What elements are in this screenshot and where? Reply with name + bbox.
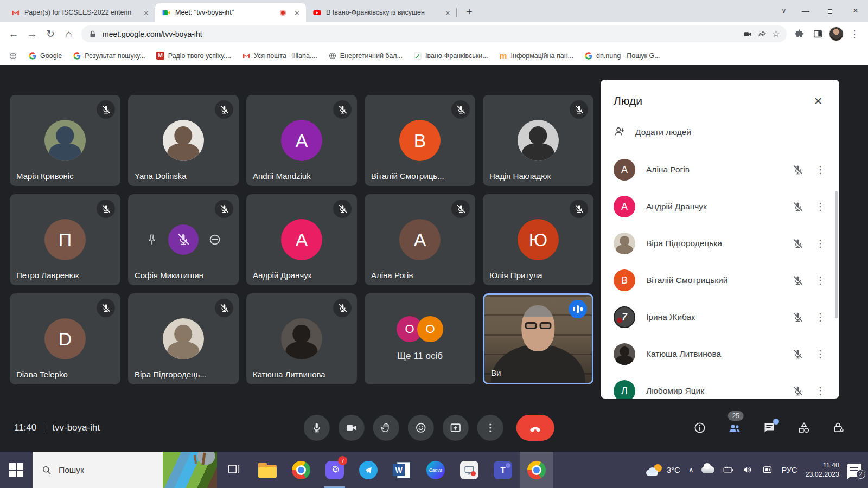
minimize-button[interactable]: — [793,0,818,22]
meeting-details-button[interactable] [692,420,707,435]
mic-off-icon[interactable] [792,201,803,213]
mic-off-icon[interactable] [792,349,803,360]
close-panel-icon[interactable]: × [810,93,826,109]
add-people-button[interactable]: Додати людей [601,117,839,148]
mic-off-icon[interactable] [792,312,803,323]
bookmark-item[interactable] [9,52,17,60]
tab-close-icon[interactable]: × [142,8,151,17]
participant-tile[interactable]: ООЩе 11 осіб [365,293,475,384]
mic-off-icon[interactable] [792,238,803,249]
taskbar-app-screen-recorder[interactable] [452,452,486,488]
browser-tab[interactable]: Meet: "tvv-boya-iht"× [155,3,306,22]
onedrive-icon[interactable] [701,466,714,473]
tab-close-icon[interactable]: × [292,8,302,17]
reload-icon[interactable]: ↻ [41,25,60,43]
panel-scrollbar[interactable] [835,191,838,318]
language-indicator[interactable]: РУС [781,466,797,474]
end-call-button[interactable] [516,415,554,441]
taskbar-app-telegram[interactable] [352,452,385,488]
share-icon[interactable] [757,29,767,39]
taskbar-app-viber[interactable]: 7 [318,452,352,488]
participant-row[interactable]: ЛЛюбомир Яцик⋮ [601,373,839,399]
participant-tile[interactable]: AАліна Рогів [365,194,475,285]
bookmark-item[interactable]: Енергетичний бал... [328,52,403,60]
participant-menu-icon[interactable]: ⋮ [814,311,826,323]
participant-menu-icon[interactable]: ⋮ [814,385,826,397]
taskbar-app-word[interactable]: W [385,452,419,488]
battery-icon[interactable] [723,464,734,476]
browser-menu-icon[interactable]: ⋮ [845,25,864,43]
chat-button[interactable] [762,420,777,435]
bookmark-item[interactable]: Уся пошта - liliana.... [242,52,317,60]
participant-row[interactable]: ААндрій Дранчук⋮ [601,188,839,225]
reactions-button[interactable] [408,415,434,441]
taskbar-app-chrome[interactable] [284,452,318,488]
mute-avatar-circle[interactable] [168,224,199,255]
mic-off-icon[interactable] [792,164,803,176]
search-highlight-image[interactable] [163,452,217,488]
participant-tile[interactable]: Софія Микитишин [128,194,239,285]
tray-expand-icon[interactable]: ∧ [688,466,694,474]
participant-tile[interactable]: DDiana Telepko [10,293,120,384]
people-button[interactable]: 25 [727,420,742,435]
activities-button[interactable] [796,420,812,435]
bookmark-star-icon[interactable]: ☆ [772,28,780,40]
participant-row[interactable]: Віра Підгородецька⋮ [601,225,839,262]
mic-off-icon[interactable] [792,386,803,397]
new-tab-button[interactable]: + [461,4,477,20]
participant-tile[interactable]: ППетро Лавренюк [10,194,120,285]
participant-tile[interactable]: AАндрій Дранчук [246,194,357,285]
participant-tile[interactable]: ЮЮлія Притула [483,194,593,285]
back-icon[interactable]: ← [4,25,23,43]
volume-icon[interactable] [742,464,754,476]
more-options-button[interactable] [477,415,503,441]
participant-row[interactable]: Катюша Литвинова⋮ [601,336,839,373]
participant-menu-icon[interactable]: ⋮ [814,237,826,249]
extensions-puzzle-icon[interactable] [790,25,808,43]
remove-icon[interactable] [208,233,221,246]
home-icon[interactable]: ⌂ [60,25,78,43]
bookmark-item[interactable]: dn.nung - Пошук G... [584,52,660,60]
host-controls-button[interactable] [831,420,846,435]
participant-tile[interactable]: Віра Підгородець... [128,293,239,384]
participant-tile[interactable]: Yana Dolinska [128,95,239,186]
tab-close-icon[interactable]: × [443,8,452,17]
weather-widget[interactable]: 3°C [646,464,680,476]
camera-in-use-icon[interactable] [743,29,752,39]
tab-search-chevron-icon[interactable]: ∨ [775,0,793,22]
participant-row[interactable]: ВВіталій Смотрицький⋮ [601,262,839,299]
participant-menu-icon[interactable]: ⋮ [814,201,826,213]
bookmark-item[interactable]: Результат пошуку... [73,52,145,60]
participant-tile[interactable]: Марія Кривоніс [10,95,120,186]
close-window-button[interactable]: × [843,0,868,22]
participant-menu-icon[interactable]: ⋮ [814,274,826,286]
present-button[interactable] [443,415,469,441]
participant-tile[interactable]: Катюша Литвинова [246,293,357,384]
bookmark-item[interactable]: Івано-Франківськи... [413,52,488,60]
bookmark-item[interactable]: mІнформаційна пан... [499,52,573,60]
taskbar-clock[interactable]: 11:40 23.02.2023 [805,461,839,479]
notification-center-icon[interactable]: 2 [847,464,861,477]
profile-avatar[interactable] [827,25,845,43]
taskbar-app-chrome-active[interactable] [520,452,553,488]
start-button[interactable] [0,452,33,488]
taskbar-search[interactable]: Пошук [33,452,217,488]
mic-off-icon[interactable] [792,275,803,286]
file-explorer-button[interactable] [251,452,284,488]
raise-hand-button[interactable] [373,415,399,441]
participant-tile[interactable]: Ви [483,293,593,384]
url-text[interactable]: meet.google.com/tvv-boya-iht [103,30,738,38]
browser-tab[interactable]: Paper(s) for ISCSEES-2022 enterin× [4,3,155,22]
browser-tab[interactable]: В Івано-Франківську із висушен× [306,3,457,22]
camera-button[interactable] [339,415,365,441]
task-view-button[interactable] [217,452,251,488]
address-bar[interactable]: meet.google.com/tvv-boya-iht ☆ [81,25,787,42]
side-panel-icon[interactable] [808,25,827,43]
bookmark-item[interactable]: Google [28,52,62,60]
microphone-button[interactable] [304,415,330,441]
participant-tile[interactable]: Надія Накладюк [483,95,593,186]
participant-menu-icon[interactable]: ⋮ [814,348,826,360]
participant-menu-icon[interactable]: ⋮ [814,164,826,176]
meet-now-icon[interactable] [762,464,773,476]
bookmark-item[interactable]: MРадіо твого успіху.... [156,52,231,60]
